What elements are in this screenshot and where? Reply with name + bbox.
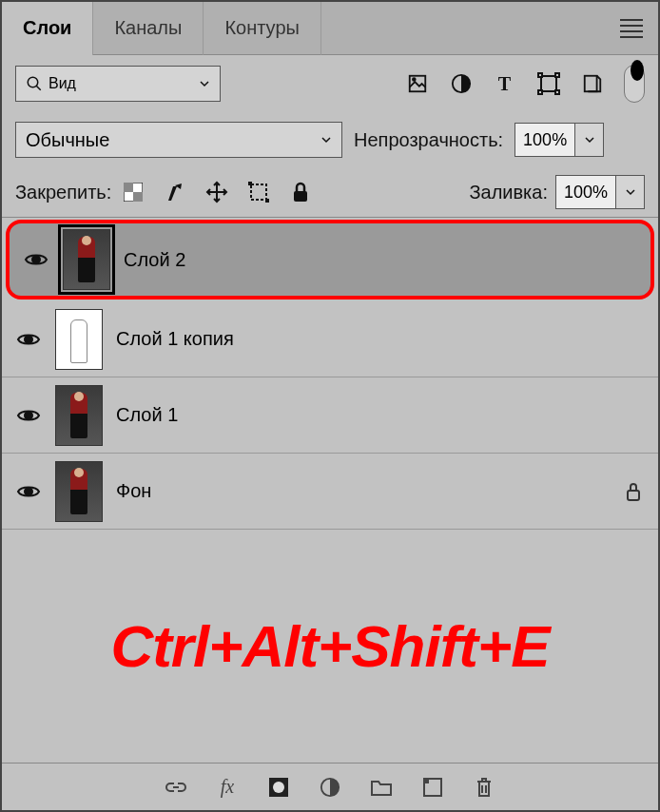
- chevron-down-icon: [320, 134, 332, 145]
- layers-bottom-toolbar: fx: [2, 763, 658, 810]
- lock-transparency-icon[interactable]: [121, 180, 146, 204]
- lock-icons: [121, 180, 313, 204]
- svg-rect-6: [541, 76, 556, 91]
- svg-point-22: [25, 336, 32, 343]
- svg-point-24: [25, 488, 32, 495]
- lock-position-icon[interactable]: [204, 180, 229, 204]
- svg-text:T: T: [498, 73, 512, 94]
- layer-style-icon[interactable]: fx: [215, 775, 240, 800]
- blend-row: Обычные Непрозрачность: 100%: [2, 112, 658, 167]
- fill-label: Заливка:: [469, 182, 548, 203]
- filter-type-icons: T: [405, 65, 645, 103]
- svg-rect-19: [265, 199, 269, 203]
- search-icon: [26, 75, 43, 92]
- svg-point-3: [413, 78, 416, 81]
- layer-thumbnail[interactable]: [55, 385, 103, 446]
- layer-filter-dropdown[interactable]: Вид: [15, 66, 221, 102]
- svg-rect-7: [538, 73, 542, 77]
- layer-name[interactable]: Фон: [116, 480, 151, 502]
- layer-thumbnail[interactable]: [55, 309, 103, 370]
- svg-rect-8: [555, 73, 559, 77]
- svg-point-27: [273, 782, 284, 793]
- svg-rect-18: [248, 182, 252, 185]
- delete-layer-icon[interactable]: [472, 775, 496, 800]
- panel-menu-icon[interactable]: [620, 17, 643, 40]
- layer-row[interactable]: Фон: [2, 454, 658, 530]
- visibility-toggle-icon[interactable]: [15, 478, 42, 505]
- new-layer-icon[interactable]: [420, 775, 445, 800]
- layer-mask-icon[interactable]: [266, 775, 291, 800]
- tab-bar: Слои Каналы Контуры: [2, 2, 658, 55]
- visibility-toggle-icon[interactable]: [15, 402, 42, 429]
- layer-row[interactable]: Слой 1 копия: [2, 301, 658, 377]
- svg-point-21: [32, 256, 40, 263]
- blend-mode-value: Обычные: [26, 129, 109, 151]
- fill-slider-button[interactable]: [616, 175, 645, 209]
- layer-thumbnail[interactable]: [55, 461, 103, 522]
- svg-point-23: [25, 412, 32, 419]
- pixel-filter-icon[interactable]: [405, 71, 430, 96]
- opacity-label: Непрозрачность:: [354, 129, 503, 151]
- tab-channels[interactable]: Каналы: [93, 2, 204, 55]
- filter-label: Вид: [49, 75, 76, 92]
- layer-thumbnail[interactable]: [63, 229, 110, 290]
- chevron-down-icon: [199, 78, 210, 89]
- new-group-icon[interactable]: [369, 775, 394, 800]
- smartobject-filter-icon[interactable]: [580, 71, 605, 96]
- svg-rect-10: [555, 90, 559, 94]
- svg-rect-14: [133, 192, 143, 202]
- layer-name[interactable]: Слой 2: [124, 249, 185, 271]
- layer-name[interactable]: Слой 1 копия: [116, 328, 234, 350]
- layer-name[interactable]: Слой 1: [116, 404, 178, 426]
- overlay-area: Ctrl+Alt+Shift+E: [2, 530, 658, 763]
- opacity-slider-button[interactable]: [575, 123, 604, 157]
- lock-all-icon[interactable]: [288, 180, 313, 204]
- lock-artboard-icon[interactable]: [246, 180, 271, 204]
- svg-rect-25: [628, 491, 639, 500]
- tab-layers[interactable]: Слои: [2, 2, 93, 55]
- svg-line-1: [36, 86, 41, 90]
- toggle-dot-icon: [631, 60, 644, 81]
- layer-row[interactable]: Слой 1: [2, 377, 658, 454]
- svg-rect-13: [124, 183, 133, 192]
- lock-icon: [624, 481, 645, 502]
- svg-rect-20: [294, 191, 307, 202]
- svg-rect-11: [585, 76, 597, 92]
- layer-row[interactable]: Слой 2: [6, 220, 654, 300]
- blend-mode-dropdown[interactable]: Обычные: [15, 122, 342, 158]
- adjustment-filter-icon[interactable]: [449, 71, 474, 96]
- fill-group: Заливка: 100%: [469, 175, 645, 209]
- lock-label: Закрепить:: [15, 182, 111, 203]
- adjustment-layer-icon[interactable]: [318, 775, 342, 800]
- svg-point-0: [28, 77, 38, 87]
- layers-panel: Слои Каналы Контуры Вид T: [0, 0, 660, 812]
- svg-rect-9: [538, 90, 542, 94]
- filter-row: Вид T: [2, 55, 658, 112]
- type-filter-icon[interactable]: T: [493, 71, 517, 96]
- link-layers-icon[interactable]: [164, 775, 188, 800]
- svg-rect-17: [251, 184, 266, 200]
- fill-input[interactable]: 100%: [555, 175, 616, 209]
- filter-toggle[interactable]: [624, 65, 645, 103]
- opacity-input[interactable]: 100%: [514, 123, 575, 157]
- shape-filter-icon[interactable]: [536, 71, 561, 96]
- lock-pixels-icon[interactable]: [163, 180, 187, 204]
- layers-list: Слой 2 Слой 1 копия Слой 1 Фон: [2, 218, 658, 530]
- shortcut-overlay-text: Ctrl+Alt+Shift+E: [110, 612, 549, 680]
- lock-row: Закрепить: Заливка: 100%: [2, 167, 658, 218]
- tab-paths[interactable]: Контуры: [204, 2, 320, 55]
- visibility-toggle-icon[interactable]: [15, 326, 42, 353]
- visibility-toggle-icon[interactable]: [23, 246, 49, 273]
